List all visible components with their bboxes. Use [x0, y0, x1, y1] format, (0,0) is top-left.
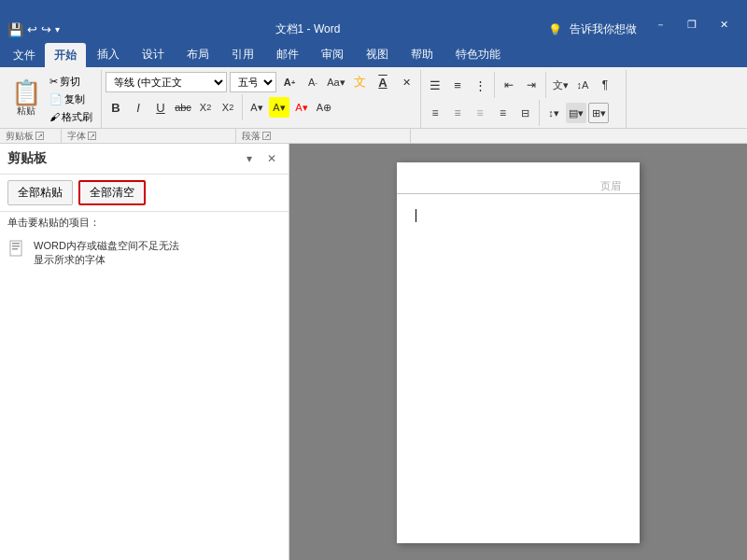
font-row1: 等线 (中文正文 五号 A+ A- Aa▾ 文 A ✕ [106, 72, 416, 92]
distribute-button[interactable]: ⊟ [514, 103, 535, 123]
align-left-button[interactable]: ≡ [425, 103, 445, 123]
tab-start[interactable]: 开始 [45, 43, 86, 67]
customize-icon[interactable]: ▾ [55, 24, 60, 35]
align-center-button[interactable]: ≡ [447, 103, 468, 123]
text-highlight-button[interactable]: A▾ [269, 97, 289, 118]
separator1 [242, 94, 243, 120]
italic-button[interactable]: I [128, 97, 148, 118]
panel-controls: ▾ ✕ [240, 149, 281, 168]
main-area: 剪贴板 ▾ ✕ 全部粘贴 全部清空 单击要粘贴的项目： WORD内存或磁盘空间不… [0, 144, 747, 560]
paste-label: 粘贴 [17, 105, 35, 118]
font-row2: B I U abc X2 X2 A▾ A▾ A▾ A⊕ [106, 94, 416, 120]
text-effect-button[interactable]: A▾ [247, 97, 267, 118]
panel-actions: 全部粘贴 全部清空 [0, 175, 289, 212]
shading-button[interactable]: ▤▾ [566, 103, 586, 123]
title-bar: 💾 ↩ ↪ ▾ 文档1 - Word 💡 告诉我你想做 － ❐ ✕ [0, 0, 747, 37]
clipboard-section-label: 剪贴板 ↗ [0, 129, 62, 143]
clipboard-sub-buttons: ✂ 剪切 📄 复制 🖌 格式刷 [47, 74, 95, 125]
para-label-text: 段落 [242, 130, 261, 143]
font-expand-icon[interactable]: ↗ [88, 132, 96, 140]
paragraph-group: ☰ ≡ ⋮ ⇤ ⇥ 文▾ ↕A ¶ ≡ ≡ ≡ ≡ ⊟ ↕▾ ▤▾ ⊞▾ [421, 70, 627, 128]
font-clear-button[interactable]: ✕ [396, 72, 416, 92]
number-list-button[interactable]: ≡ [447, 75, 468, 95]
clipboard-group: 📋 粘贴 ✂ 剪切 📄 复制 🖌 格式刷 [2, 70, 102, 128]
show-hide-button[interactable]: ¶ [595, 75, 615, 95]
clipboard-item[interactable]: WORD内存或磁盘空间不足无法显示所求的字体 [0, 233, 289, 273]
tab-help[interactable]: 帮助 [400, 41, 444, 67]
paint-icon: 🖌 [49, 111, 60, 122]
subscript-button[interactable]: X2 [195, 97, 216, 118]
font-grow-button[interactable]: A+ [279, 72, 300, 92]
outline-list-button[interactable]: ⋮ [470, 75, 490, 95]
tab-features[interactable]: 特色功能 [444, 41, 512, 67]
bold-button[interactable]: B [106, 97, 126, 118]
font-color2-button[interactable]: A▾ [291, 97, 312, 118]
tab-reference[interactable]: 引用 [220, 41, 265, 67]
quick-access-toolbar: 💾 ↩ ↪ ▾ [7, 22, 60, 37]
doc-area[interactable]: 页眉 [289, 144, 747, 560]
clear-all-button[interactable]: 全部清空 [78, 180, 146, 205]
tab-mail[interactable]: 邮件 [265, 41, 310, 67]
tab-insert[interactable]: 插入 [86, 41, 131, 67]
page-header: 页眉 [397, 179, 640, 194]
clipboard-panel: 剪贴板 ▾ ✕ 全部粘贴 全部清空 单击要粘贴的项目： WORD内存或磁盘空间不… [0, 144, 289, 560]
font-color-button[interactable]: A [373, 72, 393, 92]
svg-rect-1 [12, 243, 20, 245]
para-row2: ≡ ≡ ≡ ≡ ⊟ ↕▾ ▤▾ ⊞▾ [425, 100, 622, 126]
format-paint-button[interactable]: 🖌 格式刷 [47, 109, 95, 125]
svg-rect-3 [12, 248, 18, 250]
panel-close-button[interactable]: ✕ [262, 149, 281, 168]
font-size-select[interactable]: 五号 [230, 72, 276, 92]
panel-hint: 单击要粘贴的项目： [0, 212, 289, 233]
paste-button[interactable]: 📋 粘贴 [7, 78, 45, 119]
minimize-button[interactable]: － [644, 11, 676, 37]
help-area: 💡 告诉我你想做 [548, 21, 644, 37]
tab-review[interactable]: 审阅 [310, 41, 355, 67]
underline-button[interactable]: U [150, 97, 171, 118]
increase-indent-button[interactable]: ⇥ [521, 75, 542, 95]
tab-layout[interactable]: 布局 [176, 41, 220, 67]
undo-icon[interactable]: ↩ [27, 22, 37, 36]
lightbulb-icon: 💡 [548, 23, 562, 36]
close-button[interactable]: ✕ [708, 11, 740, 37]
strikethrough-button[interactable]: abc [173, 97, 193, 118]
superscript-button[interactable]: X2 [218, 97, 238, 118]
font-section-label: 字体 ↗ [62, 129, 236, 143]
ribbon-tab-bar: 文件 开始 插入 设计 布局 引用 邮件 审阅 视图 帮助 特色功能 [0, 37, 747, 67]
redo-icon[interactable]: ↪ [41, 22, 51, 36]
font-case-button[interactable]: Aa▾ [326, 72, 346, 92]
cut-button[interactable]: ✂ 剪切 [47, 74, 95, 90]
tab-file[interactable]: 文件 [4, 43, 45, 67]
panel-collapse-button[interactable]: ▾ [240, 149, 259, 168]
bullet-list-button[interactable]: ☰ [425, 75, 445, 95]
styles-group [627, 70, 745, 128]
border-button[interactable]: ⊞▾ [588, 103, 609, 123]
tab-design[interactable]: 设计 [131, 41, 176, 67]
font-highlight-button[interactable]: 文 [349, 72, 370, 92]
line-spacing-button[interactable]: ↕▾ [543, 103, 564, 123]
align-right-button[interactable]: ≡ [470, 103, 490, 123]
tab-view[interactable]: 视图 [355, 41, 400, 67]
paste-all-button[interactable]: 全部粘贴 [7, 180, 73, 205]
panel-header: 剪贴板 ▾ ✕ [0, 144, 289, 175]
separator4 [539, 100, 540, 126]
para-expand-icon[interactable]: ↗ [262, 132, 271, 140]
decrease-indent-button[interactable]: ⇤ [499, 75, 519, 95]
ribbon-row1: 📋 粘贴 ✂ 剪切 📄 复制 🖌 格式刷 [0, 67, 747, 128]
save-icon[interactable]: 💾 [7, 22, 23, 37]
help-text[interactable]: 告诉我你想做 [570, 21, 637, 37]
justify-button[interactable]: ≡ [492, 103, 513, 123]
clipboard-expand-icon[interactable]: ↗ [35, 132, 44, 140]
cut-label: 剪切 [60, 75, 80, 89]
font-shrink-button[interactable]: A- [303, 72, 323, 92]
copy-button[interactable]: 📄 复制 [47, 91, 95, 107]
sort-button[interactable]: ↕A [572, 75, 593, 95]
text-cursor [416, 209, 416, 222]
ribbon-body: 📋 粘贴 ✂ 剪切 📄 复制 🖌 格式刷 [0, 67, 747, 144]
font-name-select[interactable]: 等线 (中文正文 [106, 72, 227, 92]
doc-page: 页眉 [397, 162, 640, 543]
copy-label: 复制 [64, 92, 85, 106]
chinese-format-button[interactable]: 文▾ [550, 75, 571, 95]
restore-button[interactable]: ❐ [676, 11, 708, 37]
font-spacing-button[interactable]: A⊕ [314, 97, 334, 118]
